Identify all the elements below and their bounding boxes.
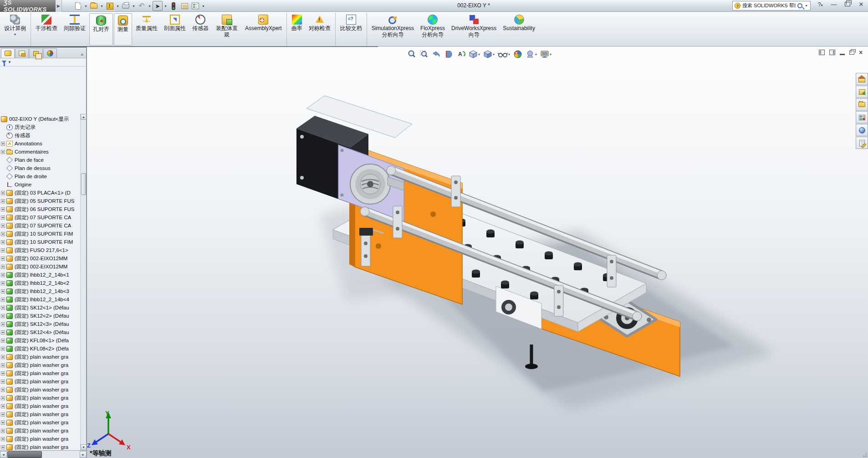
graphics-area[interactable]: Y Z X *等轴测 bbox=[87, 47, 868, 458]
expander-icon[interactable] bbox=[1, 347, 5, 351]
expander-icon[interactable] bbox=[1, 404, 5, 408]
options-caret[interactable]: ▾ bbox=[201, 4, 205, 8]
open-caret[interactable]: ▾ bbox=[100, 4, 104, 8]
expander-icon[interactable] bbox=[1, 224, 5, 228]
file-properties-button[interactable] bbox=[179, 1, 189, 11]
tree-item[interactable]: (固定) 002-EIXO12MM bbox=[0, 254, 80, 262]
tree-item[interactable]: (固定) 10 SUPORTE FIM bbox=[0, 230, 80, 238]
tree-item[interactable]: (固定) 03 PLACA<1> (D bbox=[0, 189, 80, 197]
tree-item[interactable]: 传感器 bbox=[0, 131, 80, 139]
options-button[interactable] bbox=[190, 1, 200, 11]
expander-icon[interactable] bbox=[1, 257, 5, 261]
expander-icon[interactable] bbox=[1, 355, 5, 359]
tree-item[interactable]: (固定) SK12<4> (Défau bbox=[0, 328, 80, 336]
tree-item[interactable]: (固定) 07 SUPORTE CA bbox=[0, 221, 80, 230]
expander-icon[interactable] bbox=[1, 289, 5, 293]
expander-icon[interactable] bbox=[1, 265, 5, 269]
tree-item[interactable]: Plan de droite bbox=[0, 172, 80, 180]
expander-icon[interactable] bbox=[1, 322, 5, 326]
search-input[interactable]: 搜索 SOLIDWORKS 帮助 bbox=[742, 2, 796, 9]
vertical-scroll-thumb[interactable] bbox=[81, 173, 86, 195]
expander-icon[interactable] bbox=[1, 207, 5, 211]
expander-icon[interactable] bbox=[1, 216, 5, 220]
tree-item[interactable]: (固定) KFL08<1> (Défa bbox=[0, 336, 80, 345]
left-pane-button[interactable] bbox=[819, 50, 825, 55]
property-manager-tab[interactable] bbox=[15, 48, 29, 58]
view-palette-tab[interactable] bbox=[856, 111, 868, 124]
tree-item[interactable]: (固定) 10 SUPORTE FIM bbox=[0, 238, 80, 246]
document-minimize-button[interactable] bbox=[840, 54, 845, 55]
ribbon-button[interactable]: 传感器 bbox=[189, 13, 212, 46]
ribbon-button[interactable]: SimulationXpress 分析向导 bbox=[367, 13, 417, 46]
expander-icon[interactable] bbox=[1, 273, 5, 277]
tree-item[interactable]: Plan de face bbox=[0, 156, 80, 164]
tree-vertical-scrollbar[interactable]: ▲ ▼ bbox=[80, 114, 86, 450]
expander-icon[interactable] bbox=[1, 232, 5, 236]
select-button[interactable]: ➤ bbox=[153, 1, 163, 11]
tree-item[interactable]: (固定) SK12<2> (Défau bbox=[0, 312, 80, 320]
expander-icon[interactable] bbox=[1, 314, 5, 318]
tree-item[interactable]: (固定) plain washer gra bbox=[0, 402, 80, 410]
display-style-button[interactable]: ▾ bbox=[483, 49, 495, 59]
search-icon[interactable] bbox=[797, 3, 802, 8]
tree-item[interactable]: (固定) FUSO 217,6<1> bbox=[0, 246, 80, 254]
tree-item[interactable]: Commentaires bbox=[0, 148, 80, 156]
ribbon-button[interactable]: 孔对齐 bbox=[89, 13, 113, 46]
tree-root-item[interactable]: 002-EIXO Y (Défaut<显示 bbox=[0, 115, 80, 123]
tree-item[interactable]: (固定) SK12<1> (Défau bbox=[0, 304, 80, 312]
rebuild-button[interactable] bbox=[168, 1, 179, 11]
ribbon-button[interactable]: 对称检查 bbox=[306, 13, 334, 46]
annotation-view-button[interactable]: A bbox=[456, 49, 466, 59]
tree-item[interactable]: Annotations bbox=[0, 139, 80, 148]
undo-button[interactable]: ↶ bbox=[137, 1, 147, 11]
close-button[interactable]: ✕ bbox=[856, 1, 866, 8]
tree-item[interactable]: (固定) SK12<3> (Défau bbox=[0, 320, 80, 328]
view-settings-caret[interactable]: ▾ bbox=[550, 52, 551, 57]
tree-item[interactable]: (固定) lhbb12_2_14b<3 bbox=[0, 287, 80, 295]
filter-caret[interactable]: ▼ bbox=[8, 60, 11, 64]
search-box[interactable]: ? 搜索 SOLIDWORKS 帮助 ▾ bbox=[732, 1, 811, 10]
tree-item[interactable]: (固定) plain washer gra bbox=[0, 394, 80, 402]
hide-show-items-button[interactable]: ▾ bbox=[497, 49, 511, 59]
panel-overflow-chevron[interactable]: » bbox=[81, 52, 85, 58]
new-document-button[interactable] bbox=[73, 1, 83, 11]
expander-icon[interactable] bbox=[1, 281, 5, 285]
expander-icon[interactable] bbox=[1, 298, 5, 302]
ribbon-button[interactable]: 比较文档 bbox=[335, 13, 365, 46]
expander-icon[interactable] bbox=[1, 363, 5, 367]
tree-item[interactable]: (固定) plain washer gra bbox=[0, 369, 80, 377]
expander-icon[interactable] bbox=[1, 412, 5, 417]
expander-icon[interactable] bbox=[1, 371, 5, 376]
ribbon-button[interactable]: 曲率 bbox=[286, 13, 306, 46]
solidworks-resources-tab[interactable] bbox=[856, 73, 868, 85]
expander-icon[interactable] bbox=[1, 380, 5, 384]
expander-icon[interactable] bbox=[1, 240, 5, 244]
select-caret[interactable]: ▾ bbox=[163, 4, 168, 8]
save-button[interactable] bbox=[105, 1, 115, 11]
scroll-right-arrow[interactable]: ► bbox=[80, 451, 87, 458]
view-orientation-button[interactable]: ▾ bbox=[468, 49, 480, 59]
expander-icon[interactable] bbox=[1, 199, 5, 203]
apply-scene-button[interactable]: ▾ bbox=[525, 49, 537, 59]
scroll-down-arrow[interactable]: ▼ bbox=[81, 444, 87, 450]
appearances-scenes-tab[interactable] bbox=[856, 124, 868, 136]
expander-icon[interactable] bbox=[1, 330, 5, 334]
ribbon-button[interactable]: 干涉检查 bbox=[31, 13, 61, 46]
document-close-button[interactable]: × bbox=[859, 49, 863, 56]
tree-item[interactable]: (固定) plain washer gra bbox=[0, 443, 80, 450]
undo-caret[interactable]: ▾ bbox=[148, 4, 152, 8]
view-orientation-caret[interactable]: ▾ bbox=[478, 52, 480, 57]
help-button[interactable]: ?▾ bbox=[815, 1, 825, 8]
hide-show-caret[interactable]: ▾ bbox=[508, 52, 510, 57]
expander-icon[interactable] bbox=[1, 396, 5, 400]
expander-icon[interactable] bbox=[1, 150, 5, 154]
new-caret[interactable]: ▾ bbox=[84, 4, 88, 8]
menu-expand-arrow[interactable]: ▶ bbox=[56, 0, 62, 12]
design-library-tab[interactable] bbox=[856, 86, 868, 98]
custom-properties-tab[interactable] bbox=[856, 137, 868, 149]
ribbon-button[interactable]: FloXpress 分析向导 bbox=[417, 13, 448, 46]
right-pane-button[interactable] bbox=[829, 50, 835, 55]
expander-icon[interactable] bbox=[1, 388, 5, 392]
display-manager-tab[interactable] bbox=[43, 48, 57, 58]
tree-item[interactable]: (固定) KFL08<2> (Défa bbox=[0, 345, 80, 353]
